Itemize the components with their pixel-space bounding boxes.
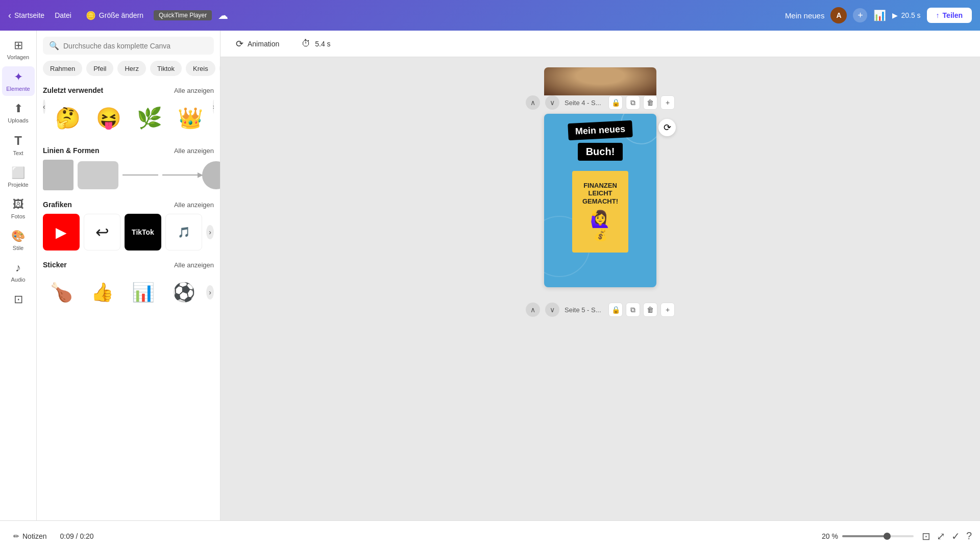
filter-more-button[interactable]: › (219, 61, 220, 76)
sidebar-item-fotos[interactable]: 🖼 Fotos (2, 194, 35, 223)
page5-label: Seite 5 - S... (565, 306, 601, 314)
stickers-title: Sticker (43, 261, 67, 269)
sidebar-item-text[interactable]: T Text (2, 130, 35, 160)
file-menu-button[interactable]: Datei (51, 9, 76, 21)
zoom-control: 20 % (822, 532, 914, 540)
shape-rect[interactable] (78, 161, 118, 189)
share-label: Teilen (943, 11, 963, 19)
help-icon[interactable]: ? (966, 530, 972, 542)
resize-button[interactable]: 🪙 Größe ändern (82, 9, 148, 22)
emoji-nav-left[interactable]: ‹ (43, 99, 45, 114)
filter-tag-herz[interactable]: Herz (117, 61, 145, 76)
zoom-slider-track[interactable] (842, 535, 914, 537)
recently-used-grid: ‹ 🤔 😝 🌿 👑 › (43, 99, 214, 136)
vorlagen-icon: ⊞ (14, 39, 23, 52)
emoji-item-tongue[interactable]: 😝 (90, 99, 127, 136)
book-cover-title: FINANZEN LEICHT GEMACHT! (582, 182, 618, 206)
sticker-chart[interactable]: 📊 (125, 274, 161, 311)
filter-tag-pfeil[interactable]: Pfeil (86, 61, 113, 76)
animation-button[interactable]: ⟳ Animation (231, 35, 284, 53)
canvas-toolbar: ⟳ Animation ⏱ 5.4 s (220, 31, 980, 57)
page4-delete-button[interactable]: 🗑 (643, 95, 657, 110)
sidebar-item-more[interactable]: ⊡ (2, 289, 35, 310)
shape-circle[interactable] (202, 161, 220, 189)
search-bar: 🔍 (37, 31, 220, 61)
add-collaborator-button[interactable]: + (853, 8, 867, 22)
emoji-item-crown[interactable]: 👑 (172, 99, 209, 136)
page5-lock-button[interactable]: 🔒 (608, 303, 623, 317)
page5-delete-button[interactable]: 🗑 (643, 303, 657, 317)
lines-shapes-section: Linien & Formen Alle anzeigen › (37, 140, 220, 194)
graphic-tiktok[interactable]: TikTok (125, 214, 161, 251)
filter-tag-kreis[interactable]: Kreis (186, 61, 215, 76)
page5-add-button[interactable]: + (660, 303, 675, 317)
page4-collapse-down[interactable]: ∨ (545, 95, 559, 110)
sidebar-label-uploads: Uploads (8, 117, 28, 123)
lines-shapes-show-all[interactable]: Alle anzeigen (174, 147, 214, 155)
emoji-nav-right[interactable]: › (213, 99, 214, 114)
graphic-arrow[interactable]: ↩ (84, 214, 120, 251)
notes-button[interactable]: ✏ Notizen (8, 529, 52, 543)
avatar[interactable]: A (830, 7, 847, 23)
recently-used-show-all[interactable]: Alle anzeigen (174, 87, 214, 94)
book-figure: 🙋‍♀️ (590, 209, 610, 229)
recently-used-header: Zuletzt verwendet Alle anzeigen (43, 86, 214, 94)
sticker-thumbsup[interactable]: 👍 (84, 274, 120, 311)
stickers-header: Sticker Alle anzeigen (43, 261, 214, 269)
graphics-nav-right[interactable]: › (206, 225, 214, 239)
page4-add-button[interactable]: + (660, 95, 675, 110)
zoom-slider-thumb[interactable] (884, 533, 891, 540)
sticker-food[interactable]: 🍗 (43, 274, 80, 311)
shape-line[interactable] (122, 174, 158, 176)
page5-collapse-down[interactable]: ∨ (545, 303, 559, 317)
checkmark-icon[interactable]: ✓ (951, 530, 960, 542)
canvas-scroll[interactable]: ∧ ∨ Seite 4 - S... 🔒 ⧉ 🗑 + (220, 57, 980, 520)
sidebar-label-projekte: Projekte (8, 182, 28, 188)
sidebar-item-stile[interactable]: 🎨 Stile (2, 226, 35, 255)
page5-header: ∧ ∨ Seite 5 - S... 🔒 ⧉ 🗑 + (524, 303, 677, 317)
graphic-misc[interactable]: 🎵 (165, 214, 202, 251)
page4-duplicate-button[interactable]: ⧉ (626, 95, 640, 110)
page5-actions: 🔒 ⧉ 🗑 + (608, 303, 675, 317)
page4-header: ∧ ∨ Seite 4 - S... 🔒 ⧉ 🗑 + (524, 95, 677, 110)
back-home-button[interactable]: ‹ Startseite (8, 10, 44, 21)
sidebar-item-elemente[interactable]: ✦ Elemente (2, 66, 35, 96)
sidebar-item-vorlagen[interactable]: ⊞ Vorlagen (2, 35, 35, 64)
filter-tag-rahmen[interactable]: Rahmen (43, 61, 82, 76)
time-display: 0:09 / 0:20 (60, 532, 93, 540)
duration-button[interactable]: ⏱ 5.4 s (297, 35, 335, 52)
recently-used-section: Zuletzt verwendet Alle anzeigen ‹ 🤔 😝 🌿 … (37, 80, 220, 140)
sidebar-item-projekte[interactable]: ⬜ Projekte (2, 162, 35, 192)
main-layout: ⊞ Vorlagen ✦ Elemente ⬆ Uploads T Text ⬜… (0, 31, 980, 520)
refresh-button[interactable]: ⟳ (658, 119, 676, 136)
stickers-nav-right[interactable]: › (206, 285, 214, 299)
sidebar-item-uploads[interactable]: ⬆ Uploads (2, 98, 35, 128)
sidebar-item-audio[interactable]: ♪ Audio (2, 257, 35, 287)
graphics-show-all[interactable]: Alle anzeigen (174, 201, 214, 209)
page4-collapse-up[interactable]: ∧ (526, 95, 540, 110)
fullscreen-icon[interactable]: ⤢ (937, 530, 945, 542)
cloud-icon[interactable]: ☁ (218, 9, 228, 21)
shape-square[interactable] (43, 160, 74, 190)
recently-used-title: Zuletzt verwendet (43, 86, 103, 94)
page5-collapse-up[interactable]: ∧ (526, 303, 540, 317)
page4-lock-button[interactable]: 🔒 (608, 95, 623, 110)
page5-duplicate-button[interactable]: ⧉ (626, 303, 640, 317)
search-input[interactable] (63, 42, 208, 50)
projekte-icon: ⬜ (11, 166, 25, 180)
graphic-youtube[interactable]: ▶ (43, 214, 80, 251)
emoji-item-thinking[interactable]: 🤔 (50, 99, 86, 136)
play-icon: ▶ (892, 11, 898, 19)
grid-view-icon[interactable]: ⊡ (922, 530, 930, 542)
back-label: Startseite (14, 11, 44, 19)
header-right: Mein neues A + 📊 ▶ 20.5 s ↑ Teilen (785, 7, 972, 23)
analytics-icon[interactable]: 📊 (873, 9, 886, 21)
sticker-sports[interactable]: ⚽ (165, 274, 202, 311)
share-button[interactable]: ↑ Teilen (927, 8, 972, 23)
emoji-item-plant[interactable]: 🌿 (131, 99, 168, 136)
page4-card[interactable]: Mein neues Buch! FINANZEN LEICHT GEMACHT… (544, 114, 656, 287)
shape-arrow[interactable] (162, 174, 198, 176)
stickers-show-all[interactable]: Alle anzeigen (174, 261, 214, 269)
fotos-icon: 🖼 (13, 198, 24, 211)
filter-tag-tiktok[interactable]: Tiktok (150, 61, 182, 76)
